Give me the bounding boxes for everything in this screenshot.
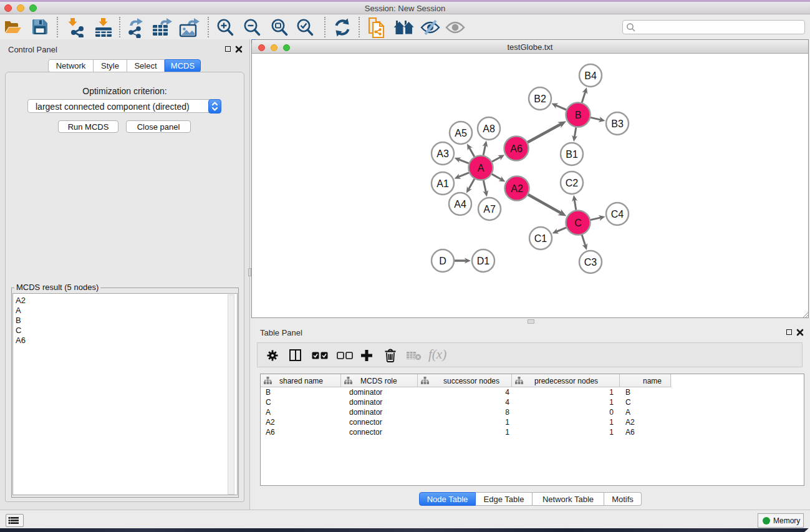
svg-text:B4: B4 [584,70,597,81]
svg-text:C3: C3 [584,257,597,268]
svg-text:A3: A3 [436,148,449,159]
svg-text:D: D [439,256,446,266]
svg-text:C4: C4 [611,209,624,220]
svg-text:B2: B2 [534,94,546,104]
svg-text:A4: A4 [454,199,466,210]
svg-text:B: B [575,110,582,120]
svg-text:A: A [478,163,485,173]
svg-text:A5: A5 [455,128,467,138]
svg-text:B3: B3 [611,118,624,129]
svg-text:A2: A2 [511,183,523,194]
svg-text:A7: A7 [483,204,496,215]
svg-text:C1: C1 [534,233,547,244]
svg-text:C2: C2 [566,178,579,188]
svg-text:A8: A8 [483,123,495,134]
svg-text:D1: D1 [477,256,490,266]
svg-text:C: C [574,218,582,228]
svg-text:A1: A1 [436,178,449,189]
svg-text:B1: B1 [566,149,578,160]
svg-text:A6: A6 [510,143,523,154]
